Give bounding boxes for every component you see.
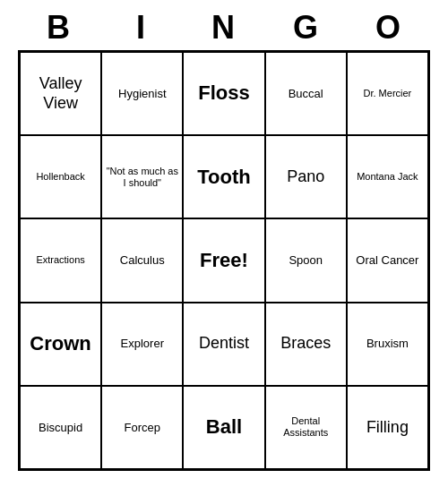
bingo-cell-11: Calculus <box>101 218 183 302</box>
bingo-cell-4: Dr. Mercier <box>347 52 428 135</box>
header-letter-g: G <box>265 9 348 47</box>
bingo-cell-18: Braces <box>265 303 347 386</box>
header-letter-n: N <box>183 9 265 47</box>
bingo-cell-20: Biscupid <box>20 386 101 469</box>
bingo-cell-13: Spoon <box>265 218 347 302</box>
bingo-cell-9: Montana Jack <box>347 135 428 218</box>
bingo-grid: Valley ViewHygienistFlossBuccalDr. Merci… <box>18 50 430 471</box>
bingo-cell-24: Filling <box>347 386 428 469</box>
bingo-cell-10: Extractions <box>20 218 101 302</box>
bingo-cell-2: Floss <box>183 52 264 135</box>
bingo-cell-7: Tooth <box>183 135 264 218</box>
bingo-cell-8: Pano <box>265 135 347 218</box>
bingo-cell-16: Explorer <box>101 303 183 386</box>
bingo-header: BINGO <box>18 9 430 47</box>
bingo-cell-6: "Not as much as I should" <box>101 135 183 218</box>
bingo-cell-15: Crown <box>20 303 101 386</box>
bingo-cell-23: Dental Assistants <box>265 386 347 469</box>
bingo-cell-22: Ball <box>183 386 264 469</box>
bingo-cell-5: Hollenback <box>20 135 101 218</box>
bingo-cell-17: Dentist <box>183 303 264 386</box>
header-letter-b: B <box>18 9 100 47</box>
bingo-cell-1: Hygienist <box>101 52 183 135</box>
bingo-cell-14: Oral Cancer <box>347 218 428 302</box>
bingo-cell-3: Buccal <box>265 52 347 135</box>
bingo-cell-12: Free! <box>183 218 264 302</box>
bingo-cell-21: Forcep <box>101 386 183 469</box>
header-letter-o: O <box>348 9 430 47</box>
bingo-cell-0: Valley View <box>20 52 101 135</box>
bingo-cell-19: Bruxism <box>347 303 428 386</box>
header-letter-i: I <box>100 9 183 47</box>
